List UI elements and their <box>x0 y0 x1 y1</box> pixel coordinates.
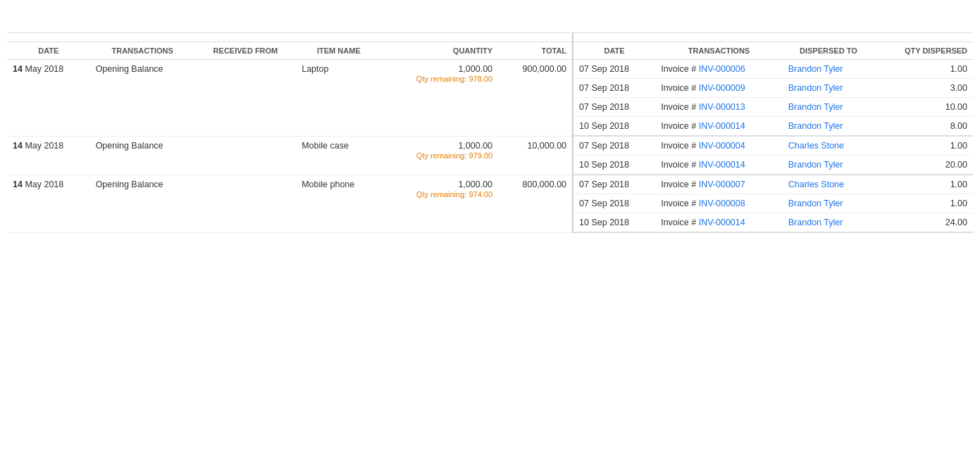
invoice-link[interactable]: INV-000013 <box>699 102 745 112</box>
out-transaction: Invoice # INV-000007 <box>655 175 783 194</box>
out-qty-dispersed: 3.00 <box>874 79 973 98</box>
dispersed-to-link[interactable]: Brandon Tyler <box>788 218 843 227</box>
in-item-name: Laptop <box>296 60 381 137</box>
col-out-dispersed-to: DISPERSED TO <box>783 42 874 60</box>
in-total: 10,000.00 <box>498 136 573 175</box>
out-qty-dispersed: 10.00 <box>874 98 973 117</box>
out-transaction: Invoice # INV-000014 <box>655 156 783 175</box>
col-in-received-from: RECEIVED FROM <box>195 42 296 60</box>
in-item-name: Mobile case <box>296 136 381 175</box>
out-qty-dispersed: 24.00 <box>874 213 973 233</box>
col-out-transactions: TRANSACTIONS <box>655 42 783 60</box>
in-date: 14 May 2018 <box>7 175 90 232</box>
invoice-link[interactable]: INV-000008 <box>699 199 745 208</box>
col-out-date: DATE <box>573 42 655 60</box>
col-in-transactions: TRANSACTIONS <box>90 42 195 60</box>
out-date: 10 Sep 2018 <box>573 156 655 175</box>
invoice-link[interactable]: INV-000014 <box>699 121 745 131</box>
out-dispersed-to: Brandon Tyler <box>783 156 874 175</box>
in-transaction: Opening Balance <box>90 175 195 232</box>
dispersed-to-link[interactable]: Brandon Tyler <box>788 83 843 93</box>
main-table: DATE TRANSACTIONS RECEIVED FROM ITEM NAM… <box>7 32 973 233</box>
product-in-header <box>7 33 573 42</box>
dispersed-to-link[interactable]: Brandon Tyler <box>788 160 843 170</box>
out-dispersed-to: Charles Stone <box>783 136 874 156</box>
in-date: 14 May 2018 <box>7 136 90 175</box>
out-date: 10 Sep 2018 <box>573 117 655 137</box>
out-qty-dispersed: 20.00 <box>874 156 973 175</box>
in-item-name: Mobile phone <box>296 175 381 232</box>
out-transaction: Invoice # INV-000004 <box>655 136 783 156</box>
out-transaction: Invoice # INV-000014 <box>655 117 783 137</box>
in-transaction: Opening Balance <box>90 60 195 137</box>
invoice-link[interactable]: INV-000009 <box>699 83 745 93</box>
section-header-row <box>7 33 973 42</box>
out-dispersed-to: Brandon Tyler <box>783 194 874 213</box>
product-out-header <box>573 33 973 42</box>
out-transaction: Invoice # INV-000014 <box>655 213 783 233</box>
out-qty-dispersed: 1.00 <box>874 194 973 213</box>
in-quantity: 1,000.00Qty remaining: 978.00 <box>382 60 499 137</box>
col-in-quantity: QUANTITY <box>382 42 499 60</box>
dispersed-to-link[interactable]: Brandon Tyler <box>788 199 843 208</box>
invoice-link[interactable]: INV-000014 <box>699 160 745 170</box>
invoice-link[interactable]: INV-000014 <box>699 218 745 227</box>
invoice-link[interactable]: INV-000006 <box>699 64 745 74</box>
table-wrapper: DATE TRANSACTIONS RECEIVED FROM ITEM NAM… <box>0 32 980 233</box>
out-qty-dispersed: 1.00 <box>874 136 973 156</box>
out-transaction: Invoice # INV-000013 <box>655 98 783 117</box>
col-out-qty-dispersed: QTY DISPERSED <box>874 42 973 60</box>
dispersed-to-link[interactable]: Charles Stone <box>788 141 844 151</box>
out-date: 07 Sep 2018 <box>573 98 655 117</box>
out-dispersed-to: Brandon Tyler <box>783 213 874 233</box>
out-dispersed-to: Brandon Tyler <box>783 79 874 98</box>
out-transaction: Invoice # INV-000009 <box>655 79 783 98</box>
in-transaction: Opening Balance <box>90 136 195 175</box>
in-date: 14 May 2018 <box>7 60 90 137</box>
table-row: 14 May 2018Opening BalanceMobile phone1,… <box>7 175 973 194</box>
dispersed-to-link[interactable]: Charles Stone <box>788 180 844 189</box>
in-quantity: 1,000.00Qty remaining: 974.00 <box>382 175 499 232</box>
column-header-row: DATE TRANSACTIONS RECEIVED FROM ITEM NAM… <box>7 42 973 60</box>
dispersed-to-link[interactable]: Brandon Tyler <box>788 64 843 74</box>
col-in-total: TOTAL <box>498 42 573 60</box>
in-received-from <box>195 175 296 232</box>
out-date: 07 Sep 2018 <box>573 60 655 79</box>
in-quantity: 1,000.00Qty remaining: 979.00 <box>382 136 499 175</box>
out-date: 10 Sep 2018 <box>573 213 655 233</box>
out-transaction: Invoice # INV-000006 <box>655 60 783 79</box>
out-qty-dispersed: 1.00 <box>874 60 973 79</box>
out-dispersed-to: Charles Stone <box>783 175 874 194</box>
out-dispersed-to: Brandon Tyler <box>783 117 874 137</box>
out-qty-dispersed: 1.00 <box>874 175 973 194</box>
table-row: 14 May 2018Opening BalanceMobile case1,0… <box>7 136 973 156</box>
out-date: 07 Sep 2018 <box>573 175 655 194</box>
col-in-date: DATE <box>7 42 90 60</box>
in-received-from <box>195 136 296 175</box>
out-date: 07 Sep 2018 <box>573 194 655 213</box>
table-row: 14 May 2018Opening BalanceLaptop1,000.00… <box>7 60 973 79</box>
report-header <box>0 0 980 32</box>
invoice-link[interactable]: INV-000007 <box>699 180 745 189</box>
in-total: 800,000.00 <box>498 175 573 232</box>
in-total: 900,000.00 <box>498 60 573 137</box>
out-transaction: Invoice # INV-000008 <box>655 194 783 213</box>
out-date: 07 Sep 2018 <box>573 79 655 98</box>
invoice-link[interactable]: INV-000004 <box>699 141 745 151</box>
dispersed-to-link[interactable]: Brandon Tyler <box>788 121 843 131</box>
out-date: 07 Sep 2018 <box>573 136 655 156</box>
out-dispersed-to: Brandon Tyler <box>783 98 874 117</box>
col-in-item-name: ITEM NAME <box>296 42 381 60</box>
dispersed-to-link[interactable]: Brandon Tyler <box>788 102 843 112</box>
out-dispersed-to: Brandon Tyler <box>783 60 874 79</box>
in-received-from <box>195 60 296 137</box>
out-qty-dispersed: 8.00 <box>874 117 973 137</box>
